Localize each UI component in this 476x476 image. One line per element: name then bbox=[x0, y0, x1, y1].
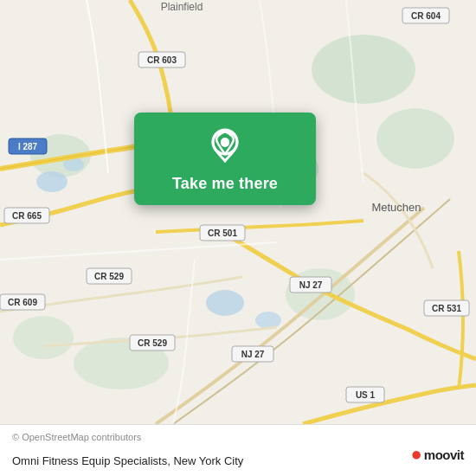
svg-text:CR 529: CR 529 bbox=[138, 338, 167, 348]
moovit-logo: ● moovit bbox=[411, 443, 464, 466]
svg-text:CR 603: CR 603 bbox=[147, 55, 177, 65]
svg-point-1 bbox=[312, 35, 415, 104]
bottom-bar: © OpenStreetMap contributors Omni Fitnes… bbox=[0, 424, 476, 476]
svg-text:CR 501: CR 501 bbox=[208, 228, 237, 238]
svg-text:CR 529: CR 529 bbox=[94, 272, 124, 281]
map-svg: CR 604 CR 603 I 287 CR 665 CR 529 CR 609… bbox=[0, 0, 476, 424]
svg-point-11 bbox=[255, 312, 281, 329]
svg-point-2 bbox=[376, 108, 454, 169]
moovit-logo-icon: ● bbox=[411, 443, 422, 466]
svg-text:I 287: I 287 bbox=[18, 142, 38, 151]
osm-attribution: © OpenStreetMap contributors bbox=[12, 432, 141, 442]
svg-point-7 bbox=[13, 316, 74, 359]
svg-text:CR 665: CR 665 bbox=[12, 211, 42, 221]
svg-text:NJ 27: NJ 27 bbox=[299, 280, 323, 290]
svg-text:CR 609: CR 609 bbox=[8, 298, 37, 307]
take-me-there-button[interactable]: Take me there bbox=[134, 113, 316, 205]
svg-text:Plainfield: Plainfield bbox=[161, 1, 203, 13]
svg-text:CR 531: CR 531 bbox=[432, 304, 461, 313]
svg-text:CR 604: CR 604 bbox=[411, 11, 441, 21]
moovit-logo-text: moovit bbox=[424, 447, 464, 462]
map-container: CR 604 CR 603 I 287 CR 665 CR 529 CR 609… bbox=[0, 0, 476, 424]
location-pin-icon bbox=[206, 128, 244, 166]
popup-label: Take me there bbox=[172, 175, 278, 193]
svg-text:Metuchen: Metuchen bbox=[371, 201, 421, 214]
svg-text:NJ 27: NJ 27 bbox=[241, 350, 265, 359]
svg-point-40 bbox=[221, 138, 229, 147]
svg-point-8 bbox=[36, 171, 68, 192]
svg-text:US 1: US 1 bbox=[356, 390, 376, 400]
svg-point-10 bbox=[206, 290, 244, 316]
place-name: Omni Fitness Equip Specialists, New York… bbox=[12, 454, 243, 467]
